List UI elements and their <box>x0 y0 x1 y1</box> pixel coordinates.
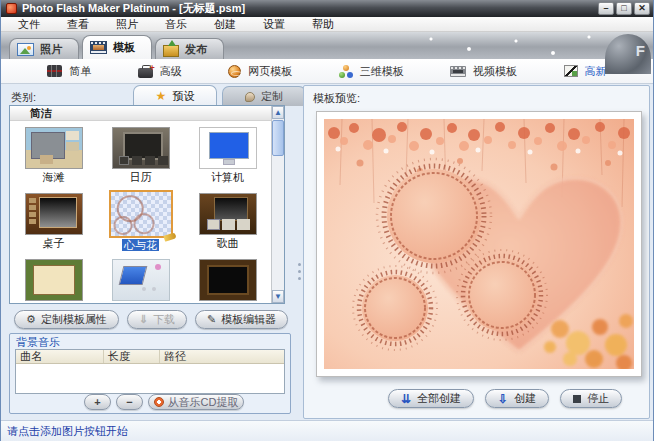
double-down-arrow-icon: ⇊ <box>401 393 411 405</box>
template-editor-button[interactable]: ✎ 模板编辑器 <box>195 310 288 329</box>
close-button[interactable]: ✕ <box>634 2 650 15</box>
add-music-button[interactable]: + <box>84 394 111 410</box>
simple-icon <box>47 65 62 77</box>
template-grid: 海滩 日历 计算机 桌子 心与花 <box>10 122 271 304</box>
3d-template-icon <box>339 65 353 78</box>
music-table: 曲名 长度 路径 <box>15 349 285 394</box>
template-list: 简洁 海滩 日历 计算机 桌子 <box>9 105 285 304</box>
tab-publish[interactable]: 发布 <box>155 38 224 59</box>
template-thumbnail <box>112 259 170 301</box>
toolbar-item-3d-templates[interactable]: 三维模板 <box>339 64 404 79</box>
toolbar-item-video-templates[interactable]: 视频模板 <box>450 64 517 79</box>
header-art: F <box>605 34 651 74</box>
menu-bar: 文件 查看 照片 音乐 创建 设置 帮助 <box>1 17 653 32</box>
toolbar-item-new-templates[interactable]: 高新 <box>564 64 607 79</box>
templates-tab-icon <box>90 41 107 54</box>
background-music-panel: 背景音乐 曲名 长度 路径 + − 从音乐CD提取 <box>9 333 291 414</box>
preview-panel: 模板预览: <box>303 85 650 419</box>
music-column-path[interactable]: 路径 <box>160 350 284 363</box>
status-text: 请点击添加图片按钮开始 <box>7 424 128 439</box>
customize-template-properties-button[interactable]: ⚙ 定制模板属性 <box>14 310 119 329</box>
toolbar-item-simple[interactable]: 简单 <box>47 64 91 79</box>
template-preview <box>316 111 642 377</box>
template-thumbnail <box>199 193 257 235</box>
template-thumbnail <box>25 127 83 169</box>
maximize-button[interactable]: □ <box>616 2 632 15</box>
template-category-toolbar: 简单 高级 网页模板 三维模板 视频模板 高新 <box>1 59 653 84</box>
cd-icon <box>154 397 164 407</box>
pencil-icon: ✎ <box>207 314 216 325</box>
template-item-desk[interactable]: 桌子 <box>10 188 97 254</box>
remove-music-button[interactable]: − <box>116 394 143 410</box>
new-template-icon <box>564 65 578 77</box>
create-button[interactable]: ⇩ 创建 <box>485 389 549 408</box>
music-column-name[interactable]: 曲名 <box>16 350 104 363</box>
background-music-title: 背景音乐 <box>16 335 60 350</box>
tab-band: F 照片 模板 发布 <box>1 32 653 59</box>
hand-icon <box>245 92 255 102</box>
template-group-header: 简洁 <box>10 106 284 121</box>
stop-button[interactable]: 停止 <box>560 389 622 408</box>
menu-view[interactable]: 查看 <box>67 17 89 32</box>
menu-photo[interactable]: 照片 <box>116 17 138 32</box>
title-bar: Photo Flash Maker Platinum - [无标题.psm] –… <box>1 0 653 17</box>
template-item-9[interactable] <box>184 254 271 304</box>
template-item-calendar[interactable]: 日历 <box>97 122 184 188</box>
tab-templates[interactable]: 模板 <box>82 35 152 59</box>
menu-create[interactable]: 创建 <box>214 17 236 32</box>
create-all-button[interactable]: ⇊ 全部创建 <box>388 389 474 408</box>
menu-settings[interactable]: 设置 <box>263 17 285 32</box>
template-thumbnail <box>112 127 170 169</box>
menu-help[interactable]: 帮助 <box>312 17 334 32</box>
down-arrow-icon: ⇩ <box>498 393 508 405</box>
photos-tab-icon <box>17 43 34 56</box>
window-title: Photo Flash Maker Platinum - [无标题.psm] <box>22 1 598 16</box>
template-item-7[interactable] <box>10 254 97 304</box>
advanced-icon <box>138 68 153 78</box>
app-window: Photo Flash Maker Platinum - [无标题.psm] –… <box>0 0 654 441</box>
template-thumbnail <box>199 127 257 169</box>
toolbar-item-advanced[interactable]: 高级 <box>138 64 182 79</box>
template-thumbnail <box>109 190 173 238</box>
template-item-8[interactable] <box>97 254 184 304</box>
template-thumbnail <box>25 193 83 235</box>
music-column-length[interactable]: 长度 <box>104 350 160 363</box>
tab-photos[interactable]: 照片 <box>9 38 79 59</box>
extract-from-cd-button[interactable]: 从音乐CD提取 <box>148 394 244 410</box>
gear-icon: ⚙ <box>26 314 36 325</box>
heart-template-art <box>324 119 634 369</box>
download-button[interactable]: ⇓ 下载 <box>127 310 187 329</box>
template-item-computer[interactable]: 计算机 <box>184 122 271 188</box>
minimize-button[interactable]: – <box>598 2 614 15</box>
scroll-up-icon[interactable]: ▲ <box>272 106 284 119</box>
template-list-scrollbar[interactable]: ▲ ▼ <box>271 106 284 303</box>
template-thumbnail <box>199 259 257 301</box>
web-template-icon <box>228 65 241 78</box>
tab-custom[interactable]: 定制 <box>222 86 306 106</box>
toolbar-item-web-templates[interactable]: 网页模板 <box>228 64 292 79</box>
star-icon: ★ <box>156 91 167 101</box>
panel-splitter[interactable] <box>297 259 302 283</box>
category-label: 类别: <box>11 90 36 105</box>
preview-label: 模板预览: <box>313 91 360 106</box>
tab-preset[interactable]: ★ 预设 <box>133 85 217 106</box>
status-bar: 请点击添加图片按钮开始 <box>1 420 653 441</box>
main-area: 类别: ★ 预设 定制 简洁 海滩 日历 <box>1 84 653 420</box>
menu-file[interactable]: 文件 <box>18 17 40 32</box>
download-icon: ⇓ <box>139 314 148 325</box>
template-item-heart-selected[interactable]: 心与花 <box>97 188 184 254</box>
stop-icon <box>573 395 581 403</box>
template-item-beach[interactable]: 海滩 <box>10 122 97 188</box>
template-item-song[interactable]: 歌曲 <box>184 188 271 254</box>
app-icon <box>6 3 17 14</box>
video-template-icon <box>450 66 466 77</box>
publish-tab-icon <box>163 45 179 57</box>
menu-music[interactable]: 音乐 <box>165 17 187 32</box>
template-thumbnail <box>25 259 83 301</box>
scroll-down-icon[interactable]: ▼ <box>272 290 284 303</box>
scrollbar-thumb[interactable] <box>272 120 284 156</box>
